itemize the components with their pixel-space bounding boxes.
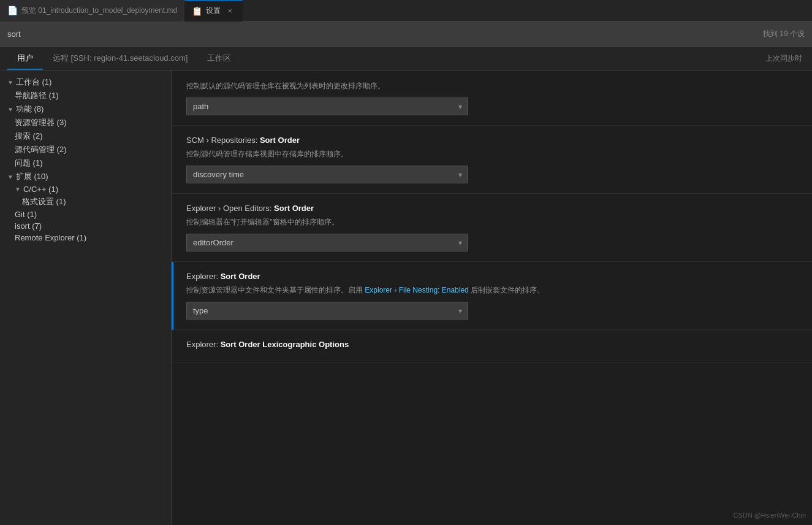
- dropdown-path[interactable]: path name discovery time: [186, 98, 468, 115]
- setting-block-explorer-sort: Explorer: Sort Order 控制资源管理器中文件和文件夹基于属性的…: [172, 262, 812, 330]
- sidebar-item-explorer[interactable]: 资源管理器 (3): [0, 116, 171, 129]
- sidebar-item-format[interactable]: 格式设置 (1): [0, 195, 171, 209]
- dropdown-explorer-sort[interactable]: type name modified: [186, 302, 468, 320]
- sidebar-label-workbench: 工作台 (1): [16, 77, 52, 88]
- arrow-features: ▼: [7, 106, 13, 113]
- dropdown-open-editors[interactable]: editorOrder alphabetical fullPath: [186, 234, 468, 251]
- content-area: 控制默认的源代码管理仓库在被视为列表时的更改排序顺序。 path name di…: [172, 71, 812, 525]
- watermark: CSDN @HsienWei-Chin: [733, 512, 806, 519]
- sidebar-label-search: 搜索 (2): [15, 131, 43, 142]
- tab-settings[interactable]: 📋 设置 ×: [184, 0, 243, 21]
- sidebar-label-remote-explorer: Remote Explorer (1): [15, 233, 86, 242]
- sidebar-label-format: 格式设置 (1): [22, 196, 66, 207]
- tabs-row: 用户 远程 [SSH: region-41.seetacloud.com] 工作…: [0, 47, 812, 71]
- tab-workspace[interactable]: 工作区: [197, 48, 241, 70]
- tab-remote[interactable]: 远程 [SSH: region-41.seetacloud.com]: [43, 48, 197, 70]
- tab-close-button[interactable]: ×: [224, 6, 235, 17]
- setting-title-scm-repos: SCM › Repositories: Sort Order: [186, 136, 797, 145]
- tab-preview-label: 预览 01_introduction_to_model_deployment.m…: [21, 6, 177, 16]
- file-icon: 📄: [7, 6, 18, 15]
- tab-preview[interactable]: 📄 预览 01_introduction_to_model_deployment…: [0, 0, 184, 21]
- arrow-extensions: ▼: [7, 174, 13, 180]
- sidebar-item-features[interactable]: ▼ 功能 (8): [0, 102, 171, 116]
- sidebar-label-extensions: 扩展 (10): [16, 171, 48, 182]
- sidebar-label-features: 功能 (8): [16, 104, 44, 115]
- file-nesting-link[interactable]: Explorer › File Nesting: Enabled: [365, 286, 468, 294]
- setting-title-explorer-sort: Explorer: Sort Order: [186, 272, 797, 281]
- sync-label: 上次同步时: [765, 53, 812, 64]
- setting-block-open-editors: Explorer › Open Editors: Sort Order 控制编辑…: [172, 194, 812, 262]
- sidebar-label-explorer: 资源管理器 (3): [15, 117, 67, 128]
- main-layout: ▼ 工作台 (1) 导航路径 (1) ▼ 功能 (8) 资源管理器 (3) 搜索…: [0, 71, 812, 525]
- setting-desc-path: 控制默认的源代码管理仓库在被视为列表时的更改排序顺序。: [186, 80, 797, 91]
- setting-desc-open-editors: 控制编辑器在"打开编辑器"窗格中的排序顺序。: [186, 217, 797, 228]
- sidebar-item-extensions[interactable]: ▼ 扩展 (10): [0, 170, 171, 183]
- dropdown-wrapper-scm-repos: discovery time name path ▾: [186, 166, 468, 183]
- sidebar: ▼ 工作台 (1) 导航路径 (1) ▼ 功能 (8) 资源管理器 (3) 搜索…: [0, 71, 172, 525]
- sidebar-item-breadcrumb[interactable]: 导航路径 (1): [0, 89, 171, 102]
- sidebar-label-cpp: C/C++ (1): [23, 185, 58, 194]
- sidebar-label-breadcrumb: 导航路径 (1): [15, 90, 59, 101]
- dropdown-scm-repos[interactable]: discovery time name path: [186, 166, 468, 183]
- tab-settings-label: 设置: [206, 6, 221, 16]
- search-input[interactable]: [7, 29, 763, 39]
- setting-desc-scm-repos: 控制源代码管理存储库视图中存储库的排序顺序。: [186, 148, 797, 159]
- sidebar-item-git[interactable]: Git (1): [0, 209, 171, 220]
- sidebar-item-workbench[interactable]: ▼ 工作台 (1): [0, 75, 171, 89]
- sidebar-label-isort: isort (7): [15, 221, 42, 231]
- sidebar-label-scm: 源代码管理 (2): [15, 144, 67, 155]
- setting-block-lexicographic: Explorer: Sort Order Lexicographic Optio…: [172, 330, 812, 363]
- sidebar-item-remote-explorer[interactable]: Remote Explorer (1): [0, 232, 171, 243]
- sidebar-label-problems: 问题 (1): [15, 158, 43, 169]
- sidebar-item-isort[interactable]: isort (7): [0, 220, 171, 232]
- title-bar: 📄 预览 01_introduction_to_model_deployment…: [0, 0, 812, 21]
- settings-file-icon: 📋: [192, 6, 202, 16]
- setting-desc-explorer-sort: 控制资源管理器中文件和文件夹基于属性的排序。启用 Explorer › File…: [186, 285, 797, 296]
- setting-block-scm-repos: SCM › Repositories: Sort Order 控制源代码管理存储…: [172, 126, 812, 194]
- arrow-workbench: ▼: [7, 79, 13, 86]
- dropdown-wrapper-explorer-sort: type name modified ▾: [186, 302, 468, 320]
- sidebar-label-git: Git (1): [15, 210, 37, 219]
- setting-title-open-editors: Explorer › Open Editors: Sort Order: [186, 204, 797, 213]
- sidebar-item-cpp[interactable]: ▼ C/C++ (1): [0, 183, 171, 195]
- setting-block-path: 控制默认的源代码管理仓库在被视为列表时的更改排序顺序。 path name di…: [172, 71, 812, 126]
- tab-user[interactable]: 用户: [7, 48, 43, 70]
- sidebar-item-search[interactable]: 搜索 (2): [0, 129, 171, 143]
- sidebar-item-problems[interactable]: 问题 (1): [0, 156, 171, 170]
- search-count: 找到 19 个设: [763, 29, 805, 39]
- tabs-left: 用户 远程 [SSH: region-41.seetacloud.com] 工作…: [7, 48, 241, 70]
- setting-title-lexicographic: Explorer: Sort Order Lexicographic Optio…: [186, 340, 797, 349]
- dropdown-wrapper-open-editors: editorOrder alphabetical fullPath ▾: [186, 234, 468, 251]
- sidebar-item-scm[interactable]: 源代码管理 (2): [0, 143, 171, 156]
- search-bar: 找到 19 个设: [0, 21, 812, 47]
- arrow-cpp: ▼: [15, 186, 21, 193]
- dropdown-wrapper-path: path name discovery time ▾: [186, 98, 468, 115]
